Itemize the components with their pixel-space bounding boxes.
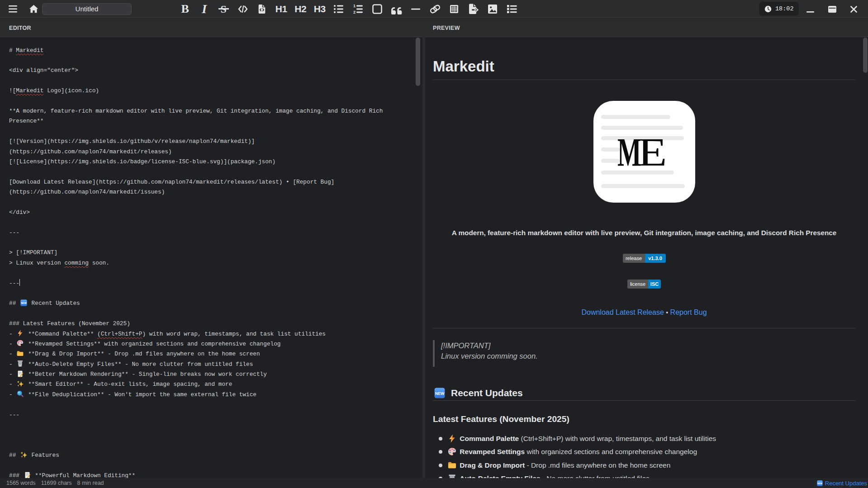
svg-text:1: 1: [353, 4, 356, 8]
svg-text:2: 2: [353, 10, 356, 14]
